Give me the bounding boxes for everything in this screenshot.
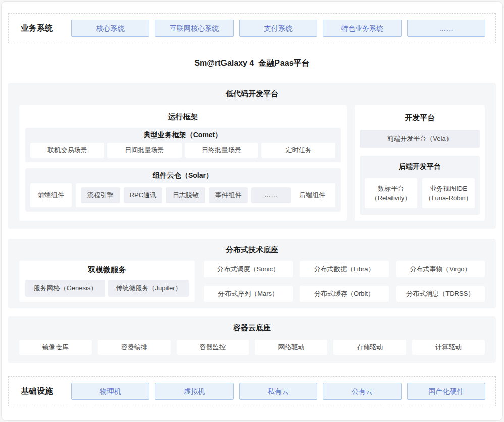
mars-sequence: 分布式序列（Mars）: [204, 286, 293, 302]
sonic-scheduling: 分布式调度（Sonic）: [204, 261, 293, 277]
infrastructure-chips: 物理机 虚拟机 私有云 公有云 国产化硬件: [71, 383, 485, 400]
solar-backend-label: 后端组件: [294, 191, 330, 200]
dual-mode-title: 双模微服务: [25, 265, 189, 275]
solar-component-box: 组件云仓（Solar） 前端组件 流程引擎 RPC通讯 日志脱敏 事件组件 ………: [25, 168, 341, 212]
container-cloud-section: 容器云底座 镜像仓库 容器编排 容器监控 网络驱动 存储驱动 计算驱动: [8, 316, 496, 363]
chip-internet-core-system: 互联网核心系统: [155, 20, 233, 37]
container-cloud-title: 容器云底座: [19, 323, 485, 333]
business-systems-band: 业务系统 核心系统 互联网核心系统 支付系统 特色业务系统 ……: [8, 13, 496, 43]
comet-item-intraday-batch: 日间批量场景: [107, 143, 182, 158]
low-code-section: 低代码开发平台 运行框架 典型业务框架（Comet） 联机交易场景 日间批量场景…: [8, 83, 496, 229]
dev-platform-card: 开发平台 前端开发平台（Vela） 后端开发平台 数标平台 （Relativit…: [355, 105, 485, 221]
infrastructure-band: 基础设施 物理机 虚拟机 私有云 公有云 国产化硬件: [8, 376, 496, 406]
chip-private-cloud: 私有云: [239, 383, 317, 400]
dev-platform-title: 开发平台: [360, 113, 480, 123]
chip-payment-system: 支付系统: [239, 20, 317, 37]
genesis-service-mesh: 服务网格（Genesis）: [25, 280, 105, 297]
luna-robin-codename: （Luna-Robin）: [423, 193, 474, 203]
infrastructure-label: 基础设施: [21, 386, 53, 397]
business-systems-chips: 核心系统 互联网核心系统 支付系统 特色业务系统 ……: [71, 20, 485, 37]
solar-backend-components-box: 流程引擎 RPC通讯 日志脱敏 事件组件 …… 后端组件: [76, 183, 335, 207]
libra-data: 分布式数据（Libra）: [300, 261, 388, 277]
backend-dev-platform-box: 后端开发平台 数标平台 （Relativity） 业务视图IDE （Luna-R…: [360, 156, 480, 215]
dual-mode-chips: 服务网格（Genesis） 传统微服务（Jupiter）: [25, 280, 189, 297]
virgo-transaction: 分布式事物（Virgo）: [396, 261, 485, 277]
comet-item-online-trade: 联机交易场景: [30, 143, 104, 158]
solar-frontend-component: 前端组件: [30, 183, 72, 207]
tdrss-message: 分布式消息（TDRSS）: [396, 286, 485, 302]
comet-item-scheduled-task: 定时任务: [261, 143, 335, 158]
solar-chip-more: ……: [251, 187, 291, 203]
container-orchestration: 容器编排: [98, 340, 171, 355]
jupiter-microservice: 传统微服务（Jupiter）: [108, 280, 189, 297]
solar-chip-event-component: 事件组件: [209, 187, 248, 203]
solar-title: 组件云仓（Solar）: [30, 171, 335, 180]
solar-chip-log-masking: 日志脱敏: [166, 187, 205, 203]
vela-frontend-platform: 前端开发平台（Vela）: [360, 130, 480, 148]
chip-core-system: 核心系统: [71, 20, 149, 37]
solar-chip-rpc: RPC通讯: [124, 187, 163, 203]
runtime-framework-card: 运行框架 典型业务框架（Comet） 联机交易场景 日间批量场景 日终批量场景 …: [19, 105, 347, 221]
compute-driver: 计算驱动: [412, 340, 485, 355]
luna-robin-name: 业务视图IDE: [423, 184, 474, 193]
orbit-cache: 分布式缓存（Orbit）: [300, 286, 388, 302]
chip-domestic-hardware: 国产化硬件: [407, 383, 485, 400]
distributed-grid: 分布式调度（Sonic） 分布式数据（Libra） 分布式事物（Virgo） 分…: [204, 261, 485, 302]
dual-mode-microservice-card: 双模微服务 服务网格（Genesis） 传统微服务（Jupiter）: [19, 261, 195, 302]
distributed-base-section: 分布式技术底座 双模微服务 服务网格（Genesis） 传统微服务（Jupite…: [8, 239, 496, 308]
chip-public-cloud: 公有云: [323, 383, 401, 400]
distributed-row: 双模微服务 服务网格（Genesis） 传统微服务（Jupiter） 分布式调度…: [19, 261, 485, 302]
solar-chip-process-engine: 流程引擎: [81, 187, 120, 203]
low-code-title: 低代码开发平台: [19, 89, 485, 99]
container-cloud-items: 镜像仓库 容器编排 容器监控 网络驱动 存储驱动 计算驱动: [19, 340, 485, 355]
chip-physical-machine: 物理机: [71, 383, 149, 400]
business-systems-label: 业务系统: [21, 23, 53, 34]
distributed-base-title: 分布式技术底座: [19, 245, 485, 255]
comet-items: 联机交易场景 日间批量场景 日终批量场景 定时任务: [30, 143, 335, 158]
platform-title: Sm@rtGalaxy 4 金融Paas平台: [2, 43, 502, 83]
network-driver: 网络驱动: [255, 340, 327, 355]
comet-title: 典型业务框架（Comet）: [30, 131, 335, 140]
runtime-framework-title: 运行框架: [25, 112, 341, 122]
comet-framework-box: 典型业务框架（Comet） 联机交易场景 日间批量场景 日终批量场景 定时任务: [25, 128, 341, 162]
image-registry: 镜像仓库: [19, 340, 92, 355]
container-monitoring: 容器监控: [177, 340, 249, 355]
low-code-row: 运行框架 典型业务框架（Comet） 联机交易场景 日间批量场景 日终批量场景 …: [19, 105, 485, 221]
solar-row: 前端组件 流程引擎 RPC通讯 日志脱敏 事件组件 …… 后端组件: [30, 183, 335, 207]
relativity-platform: 数标平台 （Relativity）: [365, 178, 417, 208]
luna-robin-ide: 业务视图IDE （Luna-Robin）: [422, 178, 475, 208]
chip-more-systems: ……: [407, 20, 485, 37]
comet-item-endofday-batch: 日终批量场景: [185, 143, 259, 158]
chip-special-business-system: 特色业务系统: [323, 20, 401, 37]
backend-dev-platform-title: 后端开发平台: [365, 162, 475, 171]
backend-dev-items: 数标平台 （Relativity） 业务视图IDE （Luna-Robin）: [365, 178, 475, 208]
relativity-codename: （Relativity）: [366, 193, 416, 203]
relativity-name: 数标平台: [366, 184, 416, 193]
architecture-diagram: 业务系统 核心系统 互联网核心系统 支付系统 特色业务系统 …… Sm@rtGa…: [1, 1, 503, 421]
chip-virtual-machine: 虚拟机: [155, 383, 233, 400]
storage-driver: 存储驱动: [333, 340, 406, 355]
